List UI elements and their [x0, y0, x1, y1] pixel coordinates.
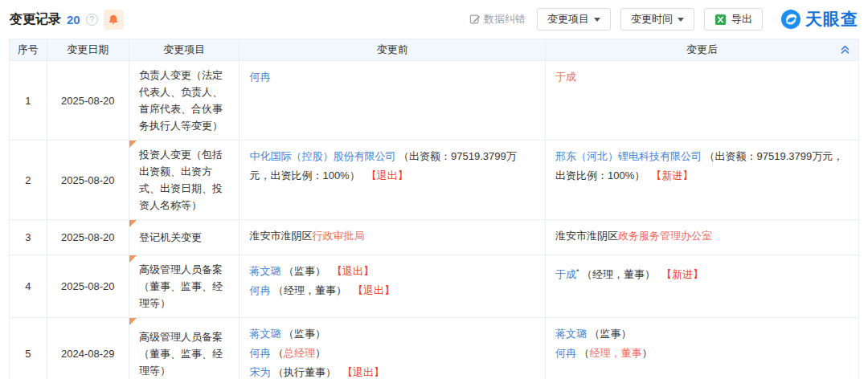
change-entry-line: 淮安市淮阴区行政审批局	[249, 226, 535, 246]
row-index: 1	[10, 61, 47, 141]
plain-text: （	[576, 347, 590, 359]
data-correction-label: 数据纠错	[484, 12, 526, 26]
change-before-cell: 何冉	[240, 61, 546, 141]
changed-text: 政务服务管理办公室	[618, 230, 712, 242]
filter-change-item-dropdown[interactable]: 变更项目	[537, 8, 611, 31]
change-entry-line: 何冉 （经理，董事）	[555, 344, 849, 363]
change-entry-line: 何冉 （总经理）	[249, 344, 535, 363]
tianyancha-logo-text: 天眼查	[805, 8, 858, 31]
corner-marker-icon	[129, 220, 137, 227]
change-tag: 【退出】	[342, 366, 384, 378]
change-item-label: 高级管理人员备案（董事、监事、经理等）	[139, 331, 223, 377]
change-entry-line: 于成	[555, 67, 849, 87]
chevron-down-icon	[594, 18, 600, 22]
change-tag: 【新进】	[651, 169, 693, 181]
change-item-label: 登记机关变更	[139, 231, 202, 243]
change-tag: 【退出】	[353, 284, 395, 296]
change-record-table: 序号 变更日期 变更项目 变更前 变更后 12025-08-20负责人变更（法定…	[9, 39, 859, 379]
change-before-cell: 淮安市淮阴区行政审批局	[240, 220, 546, 255]
changed-text: 行政审批局	[312, 230, 364, 242]
change-date: 2025-08-20	[47, 141, 129, 220]
changed-text: 于成	[555, 71, 576, 83]
edit-correction-icon	[469, 14, 481, 25]
change-item: 高级管理人员备案（董事、监事、经理等）	[129, 318, 240, 379]
change-tag: 【退出】	[366, 169, 408, 181]
change-entry-line: 蒋文璐 （监事）	[249, 324, 535, 344]
change-item: 负责人变更（法定代表人、负责人、首席代表、合伙事务执行人等变更）	[129, 61, 240, 141]
change-entry-line: 中化国际（控股）股份有限公司 （出资额：97519.3799万元，出资比例：10…	[249, 147, 535, 185]
record-count: 20	[67, 13, 80, 26]
change-entry-line: 蒋文璐 （监事）【退出】	[249, 262, 535, 281]
corner-marker-icon	[129, 255, 137, 263]
col-header-after: 变更后	[545, 39, 858, 61]
change-after-cell: 蒋文璐 （监事）何冉 （经理，董事）	[545, 318, 858, 379]
table-row: 12025-08-20负责人变更（法定代表人、负责人、首席代表、合伙事务执行人等…	[10, 61, 859, 141]
export-button[interactable]: 导出	[704, 8, 763, 31]
change-date: 2025-08-20	[47, 61, 129, 141]
change-tag: 【新进】	[661, 268, 703, 280]
table-row: 52024-08-29高级管理人员备案（董事、监事、经理等）蒋文璐 （监事）何冉…	[10, 318, 859, 379]
change-before-cell: 中化国际（控股）股份有限公司 （出资额：97519.3799万元，出资比例：10…	[240, 141, 546, 220]
change-before-cell: 蒋文璐 （监事）【退出】何冉 （经理，董事）【退出】	[240, 255, 546, 318]
filter-change-time-dropdown[interactable]: 变更时间	[620, 8, 694, 31]
change-date: 2025-08-20	[47, 255, 129, 318]
col-header-index: 序号	[10, 39, 47, 61]
table-header-row: 序号 变更日期 变更项目 变更前 变更后	[10, 39, 859, 61]
entity-link[interactable]: 何冉	[555, 347, 576, 359]
row-index: 3	[10, 220, 47, 255]
tianyancha-logo[interactable]: 天眼查	[780, 8, 858, 31]
plain-text: （监事）	[280, 265, 326, 277]
change-item: 投资人变更（包括出资额、出资方式、出资日期、投资人名称等）	[129, 141, 240, 220]
entity-link[interactable]: 蒋文璐	[249, 265, 280, 277]
help-icon[interactable]: ?	[86, 14, 98, 26]
change-item-label: 投资人变更（包括出资额、出资方式、出资日期、投资人名称等）	[139, 149, 223, 211]
col-header-after-label: 变更后	[686, 43, 718, 55]
entity-link[interactable]: 中化国际（控股）股份有限公司	[249, 150, 395, 162]
entity-link[interactable]: 何冉	[249, 347, 270, 359]
change-after-cell: 邢东（河北）锂电科技有限公司 （出资额：97519.3799万元，出资比例：10…	[545, 141, 858, 220]
plain-text: （经理，董事）	[270, 284, 346, 296]
plain-text: （经理，董事）	[579, 268, 655, 280]
change-entry-line: 宋为 （执行董事）【退出】	[249, 363, 535, 379]
change-entry-line: 邢东（河北）锂电科技有限公司 （出资额：97519.3799万元，出资比例：10…	[555, 147, 849, 185]
export-label: 导出	[731, 12, 752, 26]
plain-text: 淮安市淮阴区	[249, 230, 312, 242]
change-record-table-wrap: 序号 变更日期 变更项目 变更前 变更后 12025-08-20负责人变更（法定…	[0, 39, 868, 379]
entity-link[interactable]: 何冉	[249, 284, 270, 296]
change-entry-line: 何冉 （经理，董事）【退出】	[249, 281, 535, 300]
table-row: 22025-08-20投资人变更（包括出资额、出资方式、出资日期、投资人名称等）…	[10, 141, 859, 220]
section-header: 变更记录 20 ? 数据纠错 变更项目 变更时间	[0, 0, 868, 39]
entity-link[interactable]: 宋为	[249, 366, 270, 378]
entity-link[interactable]: 于成	[555, 268, 576, 280]
entity-link[interactable]: 蒋文璐	[249, 328, 280, 340]
filter-change-item-label: 变更项目	[547, 12, 589, 26]
change-item-label: 负责人变更（法定代表人、负责人、首席代表、合伙事务执行人等变更）	[139, 69, 223, 132]
corner-marker-icon	[129, 141, 137, 148]
change-date: 2025-08-20	[47, 220, 129, 255]
entity-link[interactable]: 何冉	[249, 71, 270, 83]
change-after-cell: 于成* （经理，董事）【新进】	[545, 255, 858, 318]
subscribe-button[interactable]	[104, 10, 124, 30]
tianyancha-logo-icon	[780, 9, 801, 30]
entity-link[interactable]: 邢东（河北）锂电科技有限公司	[555, 150, 702, 162]
change-entry-line: 蒋文璐 （监事）	[555, 324, 849, 344]
row-index: 5	[10, 318, 47, 379]
entity-link[interactable]: 蒋文璐	[555, 328, 587, 340]
page-title: 变更记录	[10, 11, 61, 28]
table-row: 42025-08-20高级管理人员备案（董事、监事、经理等）蒋文璐 （监事）【退…	[10, 255, 859, 318]
col-header-date: 变更日期	[47, 39, 129, 61]
change-item-label: 高级管理人员备案（董事、监事、经理等）	[139, 263, 223, 309]
bell-icon	[108, 14, 119, 26]
chevron-down-icon	[678, 18, 684, 22]
changed-text: 经理，董事	[590, 347, 642, 359]
collapse-section-icon[interactable]	[840, 44, 850, 55]
plain-text: ）	[642, 347, 653, 359]
change-entry-line: 于成* （经理，董事）【新进】	[555, 262, 849, 284]
change-item: 高级管理人员备案（董事、监事、经理等）	[129, 255, 240, 318]
change-before-cell: 蒋文璐 （监事）何冉 （总经理）宋为 （执行董事）【退出】	[240, 318, 546, 379]
plain-text: （监事）	[280, 328, 326, 340]
plain-text: ）	[315, 347, 326, 359]
change-item: 登记机关变更	[129, 220, 240, 255]
col-header-before: 变更前	[240, 39, 546, 61]
data-correction-button[interactable]: 数据纠错	[469, 12, 526, 26]
